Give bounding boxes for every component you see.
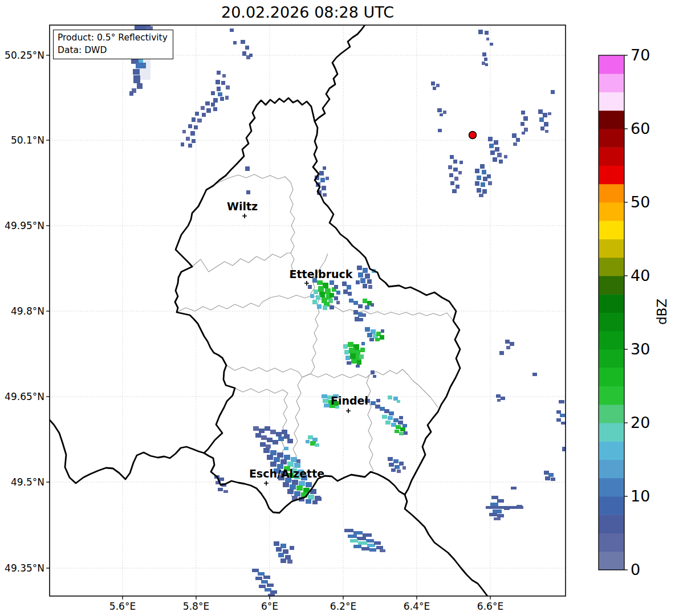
radar-echo-cell — [312, 300, 317, 304]
radar-echo-cell — [367, 544, 375, 547]
radar-echo-cell — [436, 84, 440, 87]
radar-echo-cell — [438, 129, 442, 132]
radar-echo-cell — [287, 439, 293, 443]
radar-echo-cell — [454, 177, 458, 181]
radar-echo-cell — [368, 285, 372, 289]
radar-echo-cell — [404, 431, 408, 435]
radar-echo-cell — [556, 418, 561, 422]
radar-echo-cell — [393, 418, 399, 422]
colorbar-tick-label: 40 — [631, 267, 650, 284]
radar-echo-cell — [481, 182, 485, 187]
radar-echo-cell — [276, 547, 282, 552]
colorbar-tick-label: 10 — [631, 487, 650, 505]
national-border — [405, 495, 487, 596]
radar-echo-cell — [343, 344, 348, 349]
radar-echo-cell — [431, 81, 435, 85]
radar-echo-cell — [261, 435, 267, 440]
radar-echo-cell — [213, 98, 218, 103]
radar-echo-cell — [358, 541, 367, 545]
radar-echo-cell — [182, 130, 186, 133]
radar-echo-cell — [494, 140, 498, 145]
radar-echo-cell — [522, 132, 525, 134]
radar-echo-cell — [261, 580, 268, 584]
radar-echo-cell — [137, 83, 143, 89]
radar-echo-cell — [249, 54, 253, 57]
radar-echo-cell — [490, 503, 498, 506]
colorbar-segment — [599, 166, 624, 185]
radar-echo-cell — [345, 356, 350, 360]
radar-echo-cell — [326, 177, 329, 180]
radar-echo-cell — [197, 119, 202, 123]
radar-echo-cell — [453, 168, 458, 172]
radar-echo-cell — [222, 74, 226, 77]
radar-echo-cell — [397, 470, 401, 473]
radar-echo-cell — [220, 97, 224, 101]
radar-echo-cell — [255, 433, 261, 438]
radar-echo-cell — [361, 547, 369, 550]
radar-echo-cell — [363, 313, 366, 317]
radar-echo-cell — [504, 507, 510, 510]
radar-echo-cell — [190, 131, 195, 136]
radar-echo-cell — [363, 268, 368, 273]
radar-echo-cell — [395, 430, 399, 433]
radar-echo-cell — [306, 440, 310, 443]
colorbar-unit-label: dBZ — [649, 285, 675, 338]
radar-echo-cell — [560, 414, 565, 417]
radar-echo-cell — [399, 432, 404, 435]
city-marker-icon — [304, 281, 309, 285]
radar-echo-cell — [217, 87, 221, 91]
radar-echo-cell — [499, 351, 504, 355]
radar-echo-cell — [380, 407, 385, 411]
colorbar-tick-label: 70 — [631, 46, 650, 64]
radar-echo-cell — [356, 280, 360, 284]
radar-echo-cell — [353, 310, 358, 315]
radar-echo-cell — [485, 63, 488, 66]
radar-echo-cell — [521, 122, 524, 126]
radar-echo-cell — [218, 488, 223, 491]
radar-echo-cell — [353, 531, 363, 535]
radar-echo-cell — [356, 365, 360, 368]
radar-echo-cell — [548, 473, 554, 477]
radar-echo-cell — [353, 301, 358, 305]
radar-echo-cell — [252, 569, 259, 572]
radar-echo-cell — [391, 468, 396, 472]
city-marker-icon — [264, 481, 269, 486]
radar-echo-cell — [284, 455, 290, 460]
radar-echo-cell — [287, 560, 292, 564]
radar-echo-cell — [499, 160, 503, 164]
radar-echo-cell — [323, 166, 326, 170]
radar-echo-cell — [308, 435, 313, 439]
plot-frame — [50, 25, 566, 596]
radar-echo-cell — [497, 514, 504, 517]
radar-echo-cell — [263, 576, 270, 579]
radar-echo-cell — [344, 529, 353, 532]
radar-echo-cell — [312, 438, 318, 442]
radar-echo-cell — [294, 491, 300, 496]
radar-echo-cell — [270, 430, 276, 434]
radar-echo-cell — [306, 499, 311, 504]
radar-echo-cell — [241, 40, 245, 44]
colorbar-segment — [599, 405, 624, 423]
colorbar-segment — [599, 92, 624, 111]
radar-echo-cell — [267, 455, 273, 460]
radar-echo-cell — [389, 411, 394, 415]
radar-echo-cell — [330, 305, 334, 309]
radar-echo-cell — [280, 558, 286, 563]
radar-echo-cell — [388, 457, 393, 461]
radar-echo-cell — [219, 478, 224, 481]
radar-echo-cell — [318, 286, 324, 292]
product-info-box: Product: 0.5° Reflectivity Data: DWD — [53, 30, 173, 59]
radar-echo-cell — [358, 312, 363, 317]
radar-echo-cell — [186, 137, 190, 141]
radar-echo-cell — [544, 122, 548, 127]
radar-echo-cell — [482, 52, 486, 56]
radar-echo-cell — [357, 360, 361, 365]
radar-figure: WiltzEttelbruckFindelEsch/Alzette5.6°E5.… — [0, 0, 675, 616]
radar-echo-cell — [359, 354, 364, 359]
radar-echo-cell — [320, 178, 325, 182]
radar-echo-cell — [521, 111, 525, 115]
colorbar-segment — [599, 460, 624, 479]
radar-echo-cell — [350, 353, 356, 359]
radar-echo-cell — [453, 160, 457, 164]
radar-echo-cell — [277, 452, 283, 458]
